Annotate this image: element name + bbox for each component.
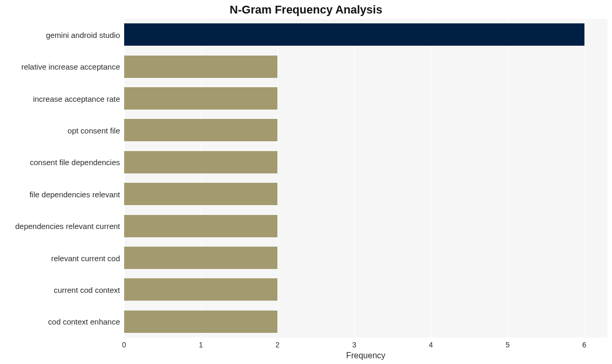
x-tick-label: 5	[497, 341, 518, 349]
gridline	[584, 19, 585, 338]
y-tick-label: opt consent file	[1, 126, 120, 134]
bar	[124, 215, 277, 237]
x-tick-label: 6	[574, 341, 595, 349]
bar	[124, 56, 277, 78]
x-tick-label: 4	[420, 341, 441, 349]
y-tick-label: cod context enhance	[1, 318, 120, 326]
y-tick-label: dependencies relevant current	[1, 222, 120, 230]
x-tick-label: 0	[114, 341, 135, 349]
bar	[124, 278, 277, 301]
gridline	[354, 19, 355, 338]
y-tick-label: increase acceptance rate	[1, 95, 120, 102]
x-tick-label: 1	[191, 341, 211, 349]
x-axis-title: Frequency	[124, 351, 607, 360]
x-tick-label: 3	[344, 341, 365, 349]
bar	[124, 183, 277, 205]
bar	[124, 247, 277, 269]
plot-area	[124, 19, 607, 338]
ngram-frequency-chart: N-Gram Frequency Analysis gemini android…	[0, 0, 612, 364]
y-tick-label: consent file dependencies	[1, 158, 120, 166]
bar	[124, 311, 277, 333]
bar	[124, 151, 277, 173]
x-tick-label: 2	[267, 341, 288, 349]
gridline	[277, 19, 278, 338]
y-tick-label: current cod context	[1, 286, 120, 293]
gridline	[431, 19, 431, 338]
bar	[124, 87, 277, 110]
gridline	[508, 19, 508, 338]
bar	[124, 23, 584, 46]
chart-title: N-Gram Frequency Analysis	[0, 3, 612, 17]
y-tick-label: file dependencies relevant	[1, 190, 120, 198]
y-tick-label: relative increase acceptance	[1, 63, 120, 71]
bar	[124, 119, 277, 141]
y-tick-label: gemini android studio	[1, 31, 120, 38]
y-tick-label: relevant current cod	[1, 254, 120, 262]
